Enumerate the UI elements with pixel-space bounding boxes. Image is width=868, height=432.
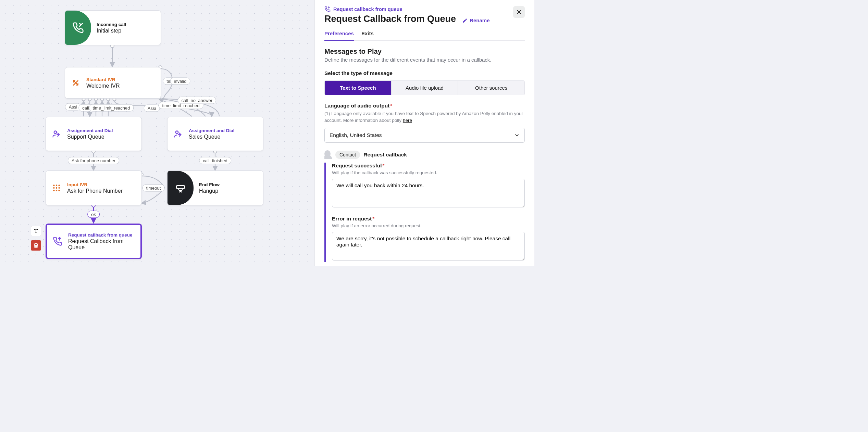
polly-link[interactable]: here (403, 118, 412, 123)
error-message-input[interactable] (332, 232, 525, 261)
node-title: Sales Queue (189, 134, 258, 140)
node-title: Support Queue (67, 134, 136, 140)
breadcrumb-text: Request callback from queue (333, 7, 402, 12)
svg-point-21 (56, 190, 57, 191)
language-helper: (1) Language only available if you have … (324, 110, 525, 124)
rename-button[interactable]: Rename (462, 17, 489, 23)
language-select[interactable]: English, United States (324, 128, 525, 143)
node-kicker: Assignment and Dial (67, 128, 136, 133)
seg-text-to-speech[interactable]: Text to Speech (325, 81, 391, 95)
node-request-callback[interactable]: Request callback from queue Request Call… (46, 224, 142, 259)
edge-label-ok: ok (87, 211, 100, 218)
svg-point-13 (176, 131, 178, 134)
svg-point-17 (53, 187, 54, 189)
rename-label: Rename (470, 17, 489, 23)
edge-label-timeout: timeout (142, 185, 165, 192)
properties-panel: Request callback from queue Request Call… (314, 0, 534, 266)
svg-point-19 (58, 187, 60, 189)
message-type-segmented: Text to Speech Audio file upload Other s… (324, 80, 525, 95)
edge-label-askphone: Ask for phone number (68, 157, 119, 164)
panel-title: Request Callback from Queue (324, 14, 456, 24)
contact-pill: Contact (335, 151, 360, 159)
edge-label-assi2: Assi (144, 105, 160, 112)
end-flow-icon (168, 171, 194, 205)
chevron-down-icon (514, 132, 520, 138)
tab-preferences[interactable]: Preferences (324, 30, 354, 41)
node-title: Ask for Phone Number (67, 188, 136, 194)
assignment-dial-icon (168, 129, 183, 139)
panel-breadcrumb: Request callback from queue (324, 6, 489, 12)
node-hangup[interactable]: End Flow Hangup (167, 170, 263, 205)
incoming-call-icon (65, 11, 91, 45)
svg-point-14 (53, 185, 54, 186)
seg-audio-upload[interactable]: Audio file upload (391, 81, 458, 95)
node-kicker: End Flow (199, 182, 258, 187)
success-message-input[interactable] (332, 179, 525, 207)
messages-subheading: Define the messages for the different ev… (324, 57, 525, 63)
rename-node-button[interactable] (31, 226, 41, 236)
panel-tabs: Preferences Exits (324, 30, 525, 41)
close-panel-button[interactable] (513, 6, 525, 18)
edge-label-cna: call_no_answer (178, 97, 216, 104)
request-callback-label: Request callback (363, 152, 407, 158)
success-sub: Will play if the callback was successful… (332, 170, 525, 175)
seg-other-sources[interactable]: Other sources (458, 81, 524, 95)
delete-node-button[interactable] (31, 240, 41, 251)
node-kicker: Standard IVR (86, 77, 155, 82)
close-icon (516, 9, 522, 15)
node-support-queue[interactable]: Assignment and Dial Support Queue (46, 117, 142, 151)
ivr-split-icon (65, 78, 81, 87)
select-type-label: Select the type of message (324, 70, 525, 76)
node-welcome-ivr[interactable]: Standard IVR Welcome IVR (65, 67, 161, 99)
node-title: Hangup (199, 188, 258, 194)
node-kicker: Input IVR (67, 182, 136, 187)
flow-canvas[interactable]: tim invalid Assi call time_limit_reached… (0, 0, 314, 266)
node-title: Request Callback from Queue (68, 238, 135, 251)
svg-point-15 (56, 185, 57, 186)
svg-point-22 (58, 190, 60, 191)
node-ask-phone-number[interactable]: Input IVR Ask for Phone Number (46, 170, 142, 205)
svg-point-20 (53, 190, 54, 191)
keypad-icon (46, 183, 62, 192)
node-title: Initial step (97, 28, 155, 34)
language-label: Language of audio output* (324, 103, 525, 109)
error-sub: Will play if an error occurred during re… (332, 223, 525, 228)
node-kicker: Request callback from queue (68, 232, 135, 238)
node-kicker: Incoming call (97, 22, 155, 27)
node-title: Welcome IVR (86, 83, 155, 89)
language-value: English, United States (330, 132, 382, 138)
svg-rect-23 (176, 186, 185, 188)
tab-exits[interactable]: Exits (361, 30, 374, 40)
svg-point-16 (58, 185, 60, 186)
avatar-icon (324, 150, 332, 159)
pencil-icon (462, 18, 468, 23)
edge-label-tlr1: time_limit_reached (89, 104, 134, 112)
success-title: Request successful* (332, 163, 525, 169)
callback-icon (324, 6, 331, 12)
node-initial-step[interactable]: Incoming call Initial step (65, 10, 161, 45)
node-kicker: Assignment and Dial (189, 128, 258, 133)
assignment-dial-icon (46, 129, 62, 139)
edge-label-invalid: invalid (170, 78, 190, 85)
svg-point-18 (56, 187, 57, 189)
svg-point-12 (54, 131, 57, 134)
messages-heading: Messages to Play (324, 48, 525, 55)
callback-icon (47, 237, 63, 246)
edge-label-callfin: call_finished (199, 157, 231, 164)
node-sales-queue[interactable]: Assignment and Dial Sales Queue (167, 117, 263, 151)
error-title: Error in request* (332, 216, 525, 222)
